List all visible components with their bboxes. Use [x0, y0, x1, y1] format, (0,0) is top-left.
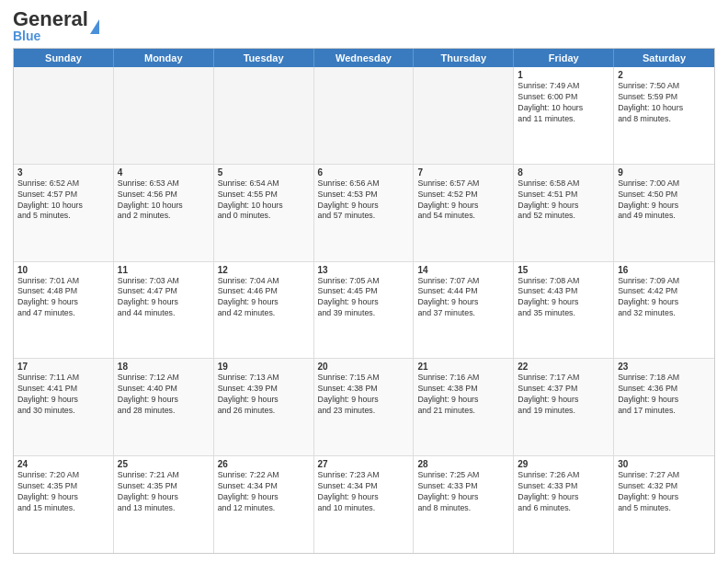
day-info: Sunrise: 7:16 AM Sunset: 4:38 PM Dayligh… [417, 373, 509, 417]
day-info: Sunrise: 7:17 AM Sunset: 4:37 PM Dayligh… [518, 373, 609, 417]
day-cell: 1Sunrise: 7:49 AM Sunset: 6:00 PM Daylig… [514, 67, 614, 164]
day-info: Sunrise: 6:54 AM Sunset: 4:55 PM Dayligh… [218, 178, 310, 223]
day-info: Sunrise: 7:12 AM Sunset: 4:40 PM Dayligh… [118, 373, 210, 417]
day-info: Sunrise: 6:58 AM Sunset: 4:51 PM Dayligh… [518, 178, 609, 223]
day-number: 27 [318, 459, 410, 469]
header-day-thursday: Thursday [414, 49, 514, 67]
day-number: 22 [518, 362, 609, 372]
day-number: 8 [518, 167, 609, 178]
day-number: 17 [17, 362, 109, 372]
day-info: Sunrise: 7:27 AM Sunset: 4:32 PM Dayligh… [618, 470, 711, 514]
day-cell: 18Sunrise: 7:12 AM Sunset: 4:40 PM Dayli… [114, 359, 214, 455]
logo-blue: Blue [13, 29, 88, 42]
day-info: Sunrise: 6:56 AM Sunset: 4:53 PM Dayligh… [318, 178, 410, 223]
day-info: Sunrise: 7:01 AM Sunset: 4:48 PM Dayligh… [17, 276, 109, 320]
day-cell: 11Sunrise: 7:03 AM Sunset: 4:47 PM Dayli… [114, 262, 214, 359]
day-number: 20 [318, 362, 410, 372]
calendar: SundayMondayTuesdayWednesdayThursdayFrid… [13, 48, 715, 554]
day-number: 24 [17, 459, 109, 469]
day-info: Sunrise: 7:18 AM Sunset: 4:36 PM Dayligh… [618, 373, 711, 417]
calendar-header: SundayMondayTuesdayWednesdayThursdayFrid… [14, 49, 714, 67]
day-info: Sunrise: 7:21 AM Sunset: 4:35 PM Dayligh… [118, 470, 210, 514]
day-cell: 28Sunrise: 7:25 AM Sunset: 4:33 PM Dayli… [414, 456, 514, 553]
day-info: Sunrise: 7:09 AM Sunset: 4:42 PM Dayligh… [618, 276, 711, 320]
day-number: 9 [618, 167, 711, 178]
day-number: 4 [118, 167, 210, 178]
day-info: Sunrise: 7:11 AM Sunset: 4:41 PM Dayligh… [17, 373, 109, 417]
day-info: Sunrise: 7:15 AM Sunset: 4:38 PM Dayligh… [318, 373, 410, 417]
day-number: 23 [618, 362, 711, 372]
day-cell: 13Sunrise: 7:05 AM Sunset: 4:45 PM Dayli… [314, 262, 415, 359]
day-info: Sunrise: 7:22 AM Sunset: 4:34 PM Dayligh… [218, 470, 310, 514]
day-cell: 17Sunrise: 7:11 AM Sunset: 4:41 PM Dayli… [14, 359, 114, 455]
day-cell: 15Sunrise: 7:08 AM Sunset: 4:43 PM Dayli… [514, 262, 614, 359]
day-cell [214, 67, 314, 164]
day-cell [114, 67, 214, 164]
day-number: 26 [218, 459, 310, 469]
day-number: 13 [318, 265, 410, 275]
day-number: 12 [218, 265, 310, 275]
week-row-1: 3Sunrise: 6:52 AM Sunset: 4:57 PM Daylig… [14, 165, 714, 262]
header-day-wednesday: Wednesday [314, 49, 415, 67]
header-day-monday: Monday [114, 49, 214, 67]
day-cell: 4Sunrise: 6:53 AM Sunset: 4:56 PM Daylig… [114, 165, 214, 261]
day-number: 14 [417, 265, 509, 275]
day-info: Sunrise: 7:20 AM Sunset: 4:35 PM Dayligh… [17, 470, 109, 514]
day-cell: 27Sunrise: 7:23 AM Sunset: 4:34 PM Dayli… [314, 456, 415, 553]
logo-icon [90, 19, 99, 34]
day-number: 18 [118, 362, 210, 372]
day-info: Sunrise: 7:49 AM Sunset: 6:00 PM Dayligh… [518, 81, 609, 125]
day-number: 21 [417, 362, 509, 372]
day-cell: 29Sunrise: 7:26 AM Sunset: 4:33 PM Dayli… [514, 456, 614, 553]
day-cell: 23Sunrise: 7:18 AM Sunset: 4:36 PM Dayli… [614, 359, 714, 455]
day-number: 19 [218, 362, 310, 372]
day-number: 10 [17, 265, 109, 275]
day-cell: 22Sunrise: 7:17 AM Sunset: 4:37 PM Dayli… [514, 359, 614, 455]
logo-general: General [13, 9, 88, 29]
header-day-saturday: Saturday [614, 49, 714, 67]
header-day-sunday: Sunday [14, 49, 114, 67]
day-cell: 5Sunrise: 6:54 AM Sunset: 4:55 PM Daylig… [214, 165, 314, 261]
day-cell [14, 67, 114, 164]
day-number: 28 [417, 459, 509, 469]
week-row-3: 17Sunrise: 7:11 AM Sunset: 4:41 PM Dayli… [14, 359, 714, 456]
day-cell: 25Sunrise: 7:21 AM Sunset: 4:35 PM Dayli… [114, 456, 214, 553]
page: General Blue SundayMondayTuesdayWednesda… [0, 0, 728, 563]
day-number: 5 [218, 167, 310, 178]
day-cell: 12Sunrise: 7:04 AM Sunset: 4:46 PM Dayli… [214, 262, 314, 359]
day-cell: 8Sunrise: 6:58 AM Sunset: 4:51 PM Daylig… [514, 165, 614, 261]
day-info: Sunrise: 7:00 AM Sunset: 4:50 PM Dayligh… [618, 178, 711, 223]
day-info: Sunrise: 7:23 AM Sunset: 4:34 PM Dayligh… [318, 470, 410, 514]
day-info: Sunrise: 7:05 AM Sunset: 4:45 PM Dayligh… [318, 276, 410, 320]
logo: General Blue [13, 9, 99, 42]
day-cell: 24Sunrise: 7:20 AM Sunset: 4:35 PM Dayli… [14, 456, 114, 553]
day-number: 15 [518, 265, 609, 275]
day-info: Sunrise: 6:53 AM Sunset: 4:56 PM Dayligh… [118, 178, 210, 223]
day-number: 7 [417, 167, 509, 178]
day-cell: 3Sunrise: 6:52 AM Sunset: 4:57 PM Daylig… [14, 165, 114, 261]
day-info: Sunrise: 7:03 AM Sunset: 4:47 PM Dayligh… [118, 276, 210, 320]
day-info: Sunrise: 7:26 AM Sunset: 4:33 PM Dayligh… [518, 470, 609, 514]
header: General Blue [13, 9, 715, 42]
day-cell: 14Sunrise: 7:07 AM Sunset: 4:44 PM Dayli… [414, 262, 514, 359]
day-cell: 26Sunrise: 7:22 AM Sunset: 4:34 PM Dayli… [214, 456, 314, 553]
day-info: Sunrise: 6:57 AM Sunset: 4:52 PM Dayligh… [417, 178, 509, 223]
day-cell: 30Sunrise: 7:27 AM Sunset: 4:32 PM Dayli… [614, 456, 714, 553]
day-number: 29 [518, 459, 609, 469]
day-cell: 6Sunrise: 6:56 AM Sunset: 4:53 PM Daylig… [314, 165, 415, 261]
day-info: Sunrise: 7:25 AM Sunset: 4:33 PM Dayligh… [417, 470, 509, 514]
header-day-friday: Friday [514, 49, 614, 67]
day-info: Sunrise: 7:50 AM Sunset: 5:59 PM Dayligh… [618, 81, 711, 125]
day-info: Sunrise: 7:04 AM Sunset: 4:46 PM Dayligh… [218, 276, 310, 320]
day-cell: 10Sunrise: 7:01 AM Sunset: 4:48 PM Dayli… [14, 262, 114, 359]
day-number: 25 [118, 459, 210, 469]
day-info: Sunrise: 7:13 AM Sunset: 4:39 PM Dayligh… [218, 373, 310, 417]
day-number: 2 [618, 70, 711, 80]
day-cell: 20Sunrise: 7:15 AM Sunset: 4:38 PM Dayli… [314, 359, 415, 455]
day-cell: 21Sunrise: 7:16 AM Sunset: 4:38 PM Dayli… [414, 359, 514, 455]
week-row-0: 1Sunrise: 7:49 AM Sunset: 6:00 PM Daylig… [14, 67, 714, 165]
day-number: 1 [518, 70, 609, 80]
day-cell [314, 67, 415, 164]
week-row-2: 10Sunrise: 7:01 AM Sunset: 4:48 PM Dayli… [14, 262, 714, 360]
day-number: 16 [618, 265, 711, 275]
